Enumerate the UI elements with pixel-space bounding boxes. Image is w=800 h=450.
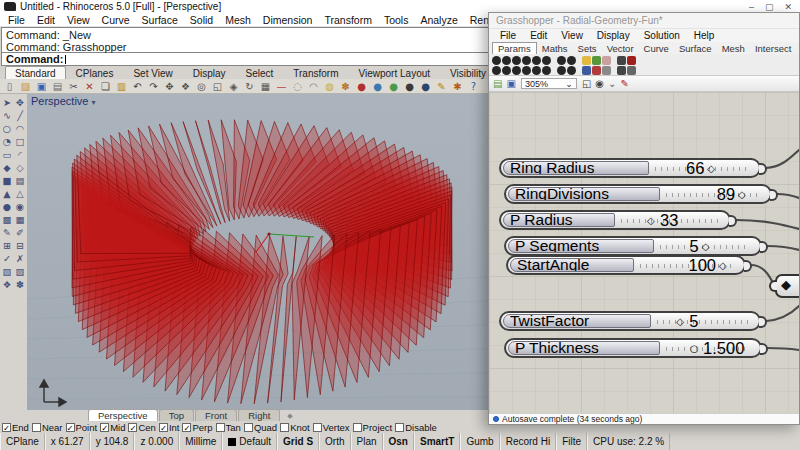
component-icon[interactable] (627, 56, 636, 65)
render-dark-sphere-icon[interactable]: ● (403, 80, 416, 93)
zoom-icon[interactable]: ◎ (195, 80, 208, 93)
status-pane-gumb[interactable]: Gumb (460, 433, 499, 450)
save-icon[interactable]: ▣ (35, 80, 48, 93)
status-pane-y-104-8[interactable]: y 104.8 (90, 433, 135, 450)
component-icon[interactable] (567, 66, 576, 75)
viewport-tab-right[interactable]: Right (238, 409, 280, 421)
component-icon[interactable] (502, 66, 511, 75)
menu-view[interactable]: View (61, 14, 96, 26)
component-icon[interactable] (502, 56, 511, 65)
mesh-tool-icon[interactable]: ▤ (14, 174, 27, 187)
status-pane-cplane[interactable]: CPlane (0, 433, 45, 450)
component-icon[interactable] (512, 66, 521, 75)
component-icon[interactable] (512, 56, 521, 65)
paste-icon[interactable]: ▥ (115, 80, 128, 93)
status-pane-orth[interactable]: Orth (319, 433, 350, 450)
component-icon[interactable] (557, 66, 566, 75)
slider-track[interactable] (657, 320, 749, 324)
component-icon[interactable] (627, 66, 636, 75)
minimize-button[interactable]: – (749, 2, 754, 12)
component-icon[interactable] (567, 56, 576, 65)
osnap-checkbox-disable[interactable] (395, 423, 404, 432)
pointer-tool-icon[interactable]: ➤ (1, 96, 14, 109)
gh-tab-vector[interactable]: Vector (602, 43, 639, 54)
pan-icon[interactable]: ❖ (179, 80, 192, 93)
grasshopper-canvas[interactable]: Ring Radius66◇RingDivisions89◇P Radius33… (489, 92, 799, 413)
menu-file[interactable]: File (2, 14, 31, 26)
help-icon[interactable]: ? (467, 80, 480, 93)
number-slider-ringdivisions[interactable]: RingDivisions89◇ (504, 184, 772, 204)
zoom-extents-icon[interactable]: ◈ (227, 80, 240, 93)
sketch-pen-icon[interactable]: ✎ (620, 78, 628, 90)
menu-edit[interactable]: Edit (31, 14, 61, 26)
status-pane-plan[interactable]: Plan (351, 433, 383, 450)
cone-tool-icon[interactable]: △ (14, 187, 27, 200)
render-green-sphere-icon[interactable]: ● (387, 80, 400, 93)
menu-tools[interactable]: Tools (378, 14, 415, 26)
gh-menu-solution[interactable]: Solution (637, 30, 687, 41)
component-icon[interactable] (542, 66, 551, 75)
status-pane-grid-s[interactable]: Grid S (277, 433, 319, 450)
perspective-viewport[interactable]: Perspective▾ (27, 94, 488, 410)
curve-tool-icon[interactable]: ∿ (1, 109, 14, 122)
render-color-icon[interactable]: ● (371, 80, 384, 93)
toolbar-tab-viewport-layout[interactable]: Viewport Layout (349, 66, 441, 79)
undo-icon[interactable]: ↶ (131, 80, 144, 93)
status-pane-millime[interactable]: Millime (179, 433, 222, 450)
solid-tool-icon[interactable]: ■ (1, 174, 14, 187)
gh-menu-view[interactable]: View (554, 30, 590, 41)
point-tool-icon[interactable]: ● (1, 200, 14, 213)
osnap-checkbox-perp[interactable]: ✓ (182, 423, 191, 432)
osnap-disable[interactable]: Disable (395, 422, 437, 433)
hide-object-icon[interactable]: — (275, 80, 288, 93)
zoom-window-icon[interactable]: ◱ (582, 78, 591, 90)
copy-icon[interactable]: ❏ (99, 80, 112, 93)
status-pane-record-hi[interactable]: Record Hi (500, 433, 556, 450)
gh-tab-intersect[interactable]: Intersect (750, 43, 796, 54)
osnap-mid[interactable]: ✓Mid (100, 422, 125, 433)
line-tool-icon[interactable]: ╱ (14, 109, 27, 122)
osnap-int[interactable]: ✓Int (159, 422, 180, 433)
lock-icon[interactable]: ◠ (307, 80, 320, 93)
osnap-project[interactable]: Project (353, 422, 393, 433)
viewport-3d-render[interactable] (27, 94, 488, 410)
viewport-tab-front[interactable]: Front (195, 409, 237, 421)
maximize-button[interactable]: ▢ (765, 2, 774, 12)
redo-icon[interactable]: ↷ (147, 80, 160, 93)
viewport-tab-perspective[interactable]: Perspective (88, 409, 158, 421)
toolbar-tab-select[interactable]: Select (236, 66, 284, 79)
render-red-sphere-icon[interactable]: ● (355, 80, 368, 93)
viewport-title[interactable]: Perspective▾ (31, 95, 96, 107)
slider-grip[interactable]: ◇ (702, 241, 710, 252)
gh-menu-edit[interactable]: Edit (523, 30, 554, 41)
osnap-checkbox-int[interactable]: ✓ (159, 423, 168, 432)
component-icon[interactable] (592, 66, 601, 75)
osnap-near[interactable]: Near (32, 422, 63, 433)
number-slider-startangle[interactable]: StartAngle100◇ (506, 255, 746, 275)
status-pane-default[interactable]: Default (222, 433, 277, 450)
rotate-view-icon[interactable]: ↻ (243, 80, 256, 93)
show-object-icon[interactable]: ◌ (291, 80, 304, 93)
sphere-tool-icon[interactable]: ◇ (14, 161, 27, 174)
zoom-window-icon[interactable]: ◱ (211, 80, 224, 93)
ellipse-tool-icon[interactable]: ◔ (1, 135, 14, 148)
gh-tab-sets[interactable]: Sets (573, 43, 602, 54)
osnap-checkbox-knot[interactable] (280, 423, 289, 432)
component-icon[interactable] (617, 56, 626, 65)
osnap-end[interactable]: ✓End (2, 422, 29, 433)
viewport-tab-top[interactable]: Top (159, 409, 194, 421)
component-icon[interactable] (602, 56, 611, 65)
menu-transform[interactable]: Transform (318, 14, 377, 26)
save-document-icon[interactable]: ▣ (506, 78, 515, 90)
osnap-tan[interactable]: Tan (216, 422, 241, 433)
points-tool-icon[interactable]: ◉ (14, 200, 27, 213)
slider-grip[interactable]: ◇ (738, 189, 746, 200)
component-icon[interactable] (532, 56, 541, 65)
new-file-icon[interactable]: ▯ (3, 80, 16, 93)
slider-grip[interactable]: ◇ (647, 215, 655, 226)
number-slider-p-segments[interactable]: P Segments5◇ (504, 236, 762, 256)
delete-tool-icon[interactable]: ✗ (14, 252, 27, 265)
number-slider-p-radius[interactable]: P Radius33◇ (499, 210, 731, 230)
gh-menu-display[interactable]: Display (590, 30, 637, 41)
status-pane-smartt[interactable]: SmartT (414, 433, 460, 450)
